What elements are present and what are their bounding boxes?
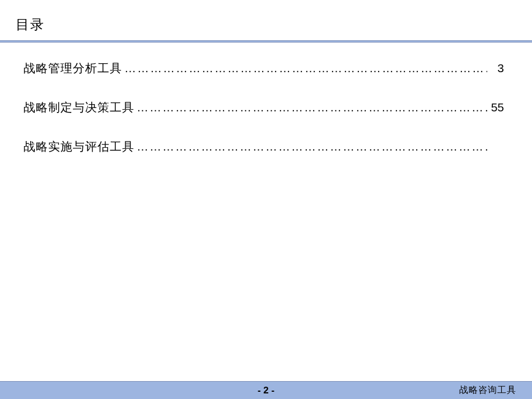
toc-entry-page: 3: [487, 62, 504, 75]
toc-entry-dots: ……………………………………………………………………………………: [134, 140, 487, 153]
footer-text: 战略咨询工具: [459, 384, 516, 396]
toc-entry-label: 战略管理分析工具: [24, 60, 122, 76]
toc-entry-dots: ……………………………………………………………………………………: [134, 101, 487, 114]
toc-entry: 战略管理分析工具 ……………………………………………………………………………………: [24, 60, 504, 76]
toc-entry-label: 战略实施与评估工具: [24, 139, 134, 154]
page-title: 目录: [16, 16, 532, 34]
toc-content: 战略管理分析工具 ……………………………………………………………………………………: [0, 43, 532, 154]
header: 目录: [0, 0, 532, 34]
toc-entry-label: 战略制定与决策工具: [24, 100, 134, 115]
page-number: - 2 -: [258, 385, 274, 396]
toc-entry: 战略实施与评估工具 …………………………………………………………………………………: [24, 139, 504, 154]
toc-entry-dots: ……………………………………………………………………………………: [122, 62, 487, 75]
footer-bar: - 2 - 战略咨询工具: [0, 381, 532, 399]
toc-entry: 战略制定与决策工具 …………………………………………………………………………………: [24, 100, 504, 115]
toc-entry-page: 55: [487, 101, 504, 114]
